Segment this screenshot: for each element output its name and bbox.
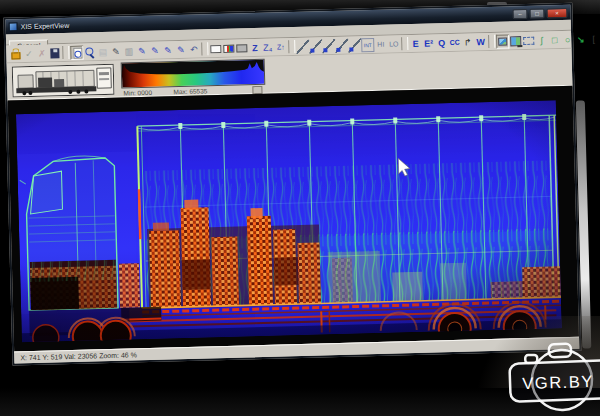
toolbar-separator <box>62 46 69 59</box>
int-icon[interactable]: INT <box>361 37 374 51</box>
image-viewport[interactable] <box>8 86 579 352</box>
draw-arrow-icon[interactable]: ↘ <box>574 32 587 46</box>
application-window: XIS ExpertView – □ × General ✓✗▤✎▥✎✎✎✎↶Z… <box>3 3 581 366</box>
truck-wheels <box>29 307 135 342</box>
enhance-e-icon[interactable]: E <box>409 36 422 50</box>
toolbar-separator <box>201 42 208 55</box>
histogram-panel[interactable]: Min: 0000 Max: 65535 <box>121 59 264 97</box>
status-readout: X: 741 Y: 519 Val: 23056 Zoom: 46 % <box>20 351 137 361</box>
contrast-cc-icon[interactable]: CC <box>448 35 461 49</box>
confirm-icon[interactable]: ✓ <box>22 46 35 60</box>
enhance-e2-icon[interactable]: E² <box>422 36 435 50</box>
vgrby-watermark: VGR.BY <box>499 338 600 416</box>
log-scale-icon[interactable]: ↱ <box>461 35 474 49</box>
slope-icon[interactable] <box>296 39 309 53</box>
minimize-button[interactable]: – <box>512 8 527 18</box>
photo-of-monitor: XIS ExpertView – □ × General ✓✗▤✎▥✎✎✎✎↶Z… <box>0 0 600 416</box>
enhance-w-icon[interactable]: W <box>474 34 487 48</box>
grid-icon[interactable]: ▥ <box>122 44 135 58</box>
zoom-z-up-icon[interactable]: Z↑ <box>274 40 287 54</box>
layout-icon[interactable]: ▤ <box>96 44 109 58</box>
histogram-resize-grip[interactable] <box>252 86 262 94</box>
hi-icon[interactable]: HI <box>374 37 387 51</box>
reject-icon[interactable]: ✗ <box>35 46 48 60</box>
measure-icon[interactable]: [ <box>587 32 600 46</box>
toolbar-separator <box>288 40 295 53</box>
zoom-icon[interactable] <box>83 45 96 59</box>
curve-tool-icon[interactable]: ∫ <box>535 33 548 47</box>
image-view-icon[interactable] <box>496 34 509 48</box>
lo-icon[interactable]: LO <box>387 37 400 51</box>
draw-rectangle-icon[interactable]: □ <box>548 33 561 47</box>
brush-4-icon[interactable]: ✎ <box>174 42 187 56</box>
view-grayscale-icon[interactable] <box>235 41 248 55</box>
lock-icon[interactable] <box>9 47 22 61</box>
view-pseudocolor-icon[interactable] <box>222 41 235 55</box>
slope-low-icon[interactable] <box>309 39 322 53</box>
select-region-icon[interactable] <box>522 33 535 47</box>
save-icon[interactable] <box>48 46 61 60</box>
annotate-icon[interactable]: ✎ <box>109 44 122 58</box>
maximize-button[interactable]: □ <box>529 8 544 18</box>
overview-thumbnail[interactable] <box>12 64 115 98</box>
zoom-area-icon[interactable] <box>70 45 83 59</box>
brush-2-icon[interactable]: ✎ <box>148 43 161 57</box>
brush-3-icon[interactable]: ✎ <box>161 43 174 57</box>
close-button[interactable]: × <box>546 7 567 18</box>
zoom-z-icon[interactable]: Z <box>248 40 261 54</box>
draw-ellipse-icon[interactable]: ○ <box>561 32 574 46</box>
toolbar-separator <box>488 35 495 48</box>
image-compare-icon[interactable] <box>509 34 522 48</box>
undo-icon[interactable]: ↶ <box>187 42 200 56</box>
window-controls: – □ × <box>512 7 567 18</box>
watermark-text: VGR.BY <box>522 372 594 392</box>
enhance-q-icon[interactable]: Q <box>435 36 448 50</box>
toolbar-separator <box>401 37 408 50</box>
histogram-plot <box>121 59 266 89</box>
xray-scan-canvas[interactable] <box>16 100 562 342</box>
view-normal-icon[interactable] <box>209 41 222 55</box>
zoom-z4-icon[interactable]: Z₄ <box>261 40 274 54</box>
slope-custom-icon[interactable] <box>348 38 361 52</box>
slope-mid-icon[interactable] <box>322 38 335 52</box>
app-icon <box>9 22 18 31</box>
slope-high-icon[interactable] <box>335 38 348 52</box>
brush-1-icon[interactable]: ✎ <box>135 43 148 57</box>
